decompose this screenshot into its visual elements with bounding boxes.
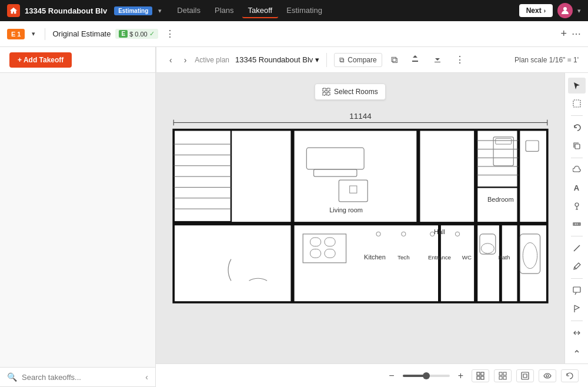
text-tool[interactable]: A (568, 181, 586, 196)
estimate-badge: E 1 (7, 29, 25, 39)
line-tool[interactable] (568, 241, 586, 256)
svg-rect-83 (523, 374, 527, 378)
select-rooms-label: Select Rooms (334, 88, 378, 96)
toolbar-separator-3 (571, 236, 583, 236)
share-icon-button[interactable] (406, 52, 424, 68)
plan-next-button[interactable]: › (181, 53, 191, 67)
pencil-tool[interactable] (568, 259, 586, 275)
active-plan-select[interactable]: 13345 Roundabout Blv ▾ (235, 55, 319, 64)
measure-tool[interactable] (568, 216, 586, 232)
svg-text:Bath: Bath (498, 254, 510, 261)
svg-rect-1 (323, 88, 326, 91)
undo-tool[interactable] (568, 120, 586, 136)
left-sidebar: + Add Takeoff 🔍 ‹ (0, 47, 156, 387)
zoom-out-button[interactable]: − (385, 369, 397, 382)
project-dropdown-chevron[interactable]: ▾ (158, 7, 162, 15)
estimate-menu-icon[interactable]: ⋮ (165, 28, 175, 39)
svg-rect-13 (173, 130, 547, 302)
takeoff-toolbar: + Add Takeoff (0, 47, 155, 73)
open-icon-button[interactable]: ⧉ (387, 52, 402, 68)
toolbar-separator (571, 115, 583, 116)
estimate-badge-num: 1 (17, 31, 21, 38)
sidebar-collapse-icon[interactable]: ‹ (145, 372, 148, 382)
nav-details[interactable]: Details (171, 4, 206, 18)
box-view-button[interactable] (516, 369, 534, 382)
avatar-dropdown-chevron[interactable]: ▾ (577, 7, 581, 15)
add-takeoff-button[interactable]: + Add Takeoff (9, 52, 72, 68)
cursor-tool[interactable] (568, 78, 586, 94)
right-toolbar: A (564, 73, 588, 363)
fit-view-button[interactable] (472, 369, 489, 382)
zoom-controls: − + (385, 369, 467, 382)
svg-rect-76 (477, 376, 480, 379)
svg-rect-82 (522, 372, 529, 379)
canvas-with-right: Select Rooms 11144 7814 (156, 73, 588, 363)
topbar-nav: Details Plans Takeoff Estimating (171, 4, 328, 18)
svg-rect-77 (481, 376, 484, 379)
plan-select-chevron: ▾ (315, 55, 319, 64)
toolbar-separator-2 (571, 158, 583, 158)
svg-rect-3 (323, 92, 326, 95)
estimate-more-icon[interactable]: ⋯ (572, 28, 581, 39)
flag-tool[interactable] (568, 301, 586, 317)
nav-takeoff[interactable]: Takeoff (242, 4, 279, 18)
toolbar-separator-5 (571, 321, 583, 321)
svg-point-0 (563, 7, 567, 11)
svg-rect-65 (575, 144, 580, 149)
zoom-slider[interactable] (403, 375, 450, 377)
svg-text:WC: WC (462, 254, 471, 261)
user-avatar[interactable] (557, 3, 573, 18)
estimating-badge: Estimating (114, 6, 152, 15)
compare-label: Compare (348, 56, 376, 64)
svg-rect-2 (327, 88, 330, 91)
selection-box-tool[interactable] (568, 96, 586, 112)
bottom-bar: − + (156, 363, 588, 387)
canvas-menu-button[interactable]: ⋮ (451, 52, 469, 68)
content-row: + Add Takeoff 🔍 ‹ ‹ › Active plan 13345 … (0, 47, 588, 387)
svg-rect-64 (573, 100, 580, 107)
svg-rect-4 (327, 92, 330, 95)
main-area: ‹ › Active plan 13345 Roundabout Blv ▾ ⧉… (156, 47, 588, 387)
copy-tool[interactable] (568, 138, 586, 154)
search-icon: 🔍 (7, 372, 17, 382)
grid-view-button[interactable] (494, 369, 512, 382)
svg-point-66 (575, 203, 579, 206)
canvas-toolbar: ‹ › Active plan 13345 Roundabout Blv ▾ ⧉… (156, 47, 588, 73)
next-button[interactable]: Next › (519, 4, 553, 17)
estimate-bar: E 1 ▾ Original Estimate E $ 0.00 ✓ ⋮ + ⋯ (0, 21, 588, 47)
eye-view-button[interactable] (539, 369, 556, 382)
comment-tool[interactable] (568, 283, 586, 299)
project-title: 13345 Roundabout Blv (25, 6, 107, 15)
topbar: 13345 Roundabout Blv Estimating ▾ Detail… (0, 0, 588, 21)
search-input[interactable] (22, 373, 141, 382)
active-plan-label: Active plan (195, 56, 229, 64)
next-chevron: › (544, 8, 546, 14)
svg-rect-78 (499, 372, 502, 375)
estimate-add-button[interactable]: + (560, 28, 567, 40)
zoom-in-button[interactable]: + (455, 369, 467, 382)
svg-text:Bedroom: Bedroom (487, 196, 514, 203)
canvas-area[interactable]: Select Rooms 11144 7814 (156, 73, 564, 363)
svg-text:Entrance: Entrance (427, 254, 450, 261)
estimate-dropdown-arrow[interactable]: ▾ (29, 29, 38, 39)
plan-prev-button[interactable]: ‹ (166, 53, 176, 67)
home-logo[interactable] (7, 4, 20, 17)
arrows-tool[interactable] (568, 325, 586, 341)
svg-text:Kitchen: Kitchen (364, 253, 386, 261)
cloud-tool[interactable] (568, 162, 586, 178)
download-icon-button[interactable] (429, 52, 446, 68)
svg-rect-81 (503, 376, 506, 379)
collapse-tool[interactable] (568, 343, 586, 359)
pin-tool[interactable] (568, 198, 586, 214)
compare-button[interactable]: ⧉ Compare (334, 53, 382, 67)
svg-text:11144: 11144 (349, 112, 372, 121)
compare-icon: ⧉ (339, 56, 345, 64)
select-rooms-button[interactable]: Select Rooms (315, 84, 386, 100)
nav-estimating[interactable]: Estimating (280, 4, 328, 18)
rotate-view-button[interactable] (561, 369, 579, 382)
svg-rect-74 (477, 372, 480, 375)
svg-rect-79 (503, 372, 506, 375)
sidebar-search: 🔍 ‹ (0, 367, 155, 387)
nav-plans[interactable]: Plans (209, 4, 240, 18)
estimate-cost-e: E (119, 30, 128, 38)
